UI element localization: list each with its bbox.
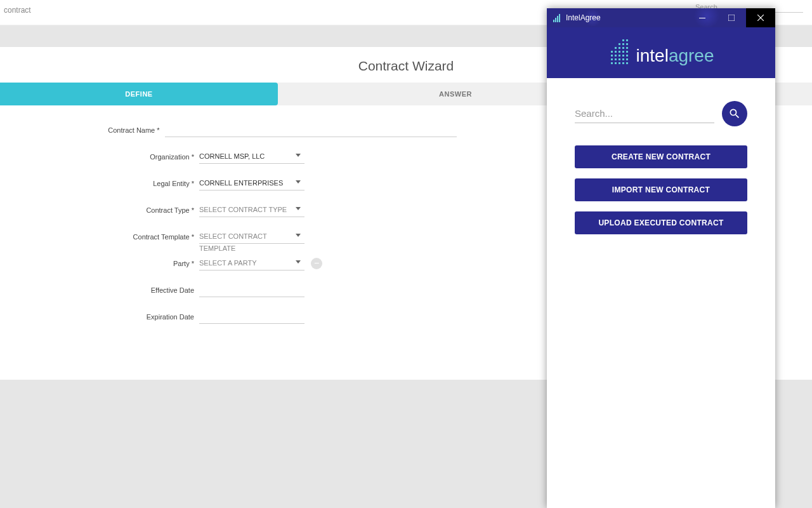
label-organization: Organization * <box>0 153 199 161</box>
sidebar-panel: CREATE NEW CONTRACT IMPORT NEW CONTRACT … <box>547 78 775 234</box>
chevron-down-icon <box>296 234 301 237</box>
svg-rect-2 <box>557 16 558 22</box>
logo-area: intelagree <box>547 27 775 78</box>
label-effective-date: Effective Date <box>0 286 199 294</box>
brand-logo: intelagree <box>608 39 714 66</box>
upload-contract-button[interactable]: UPLOAD EXECUTED CONTRACT <box>575 211 747 234</box>
svg-rect-1 <box>555 18 556 22</box>
wizard-form: Contract Name * Organization * CORNELL M… <box>0 117 457 330</box>
legal-entity-value: CORNELL ENTERPRISES <box>199 179 283 187</box>
remove-party-button[interactable]: − <box>311 258 322 269</box>
expiration-date-input[interactable] <box>199 310 304 324</box>
label-expiration-date: Expiration Date <box>0 313 199 321</box>
window-title: IntelAgree <box>566 13 601 22</box>
chevron-down-icon <box>296 207 301 210</box>
chevron-down-icon <box>296 260 301 264</box>
maximize-button[interactable] <box>717 8 746 27</box>
contract-name-input[interactable] <box>165 123 457 137</box>
chevron-down-icon <box>296 180 301 184</box>
brand-part2: agree <box>669 46 714 66</box>
label-contract-type: Contract Type * <box>0 206 199 214</box>
intelagree-window: IntelAgree <box>547 8 775 508</box>
effective-date-input[interactable] <box>199 283 304 297</box>
brand-part1: intel <box>636 46 669 66</box>
contract-type-value: SELECT CONTRACT TYPE <box>199 206 287 213</box>
sidebar-search-input[interactable] <box>575 104 714 123</box>
sidebar-search-button[interactable] <box>722 101 747 126</box>
import-contract-button[interactable]: IMPORT NEW CONTRACT <box>575 178 747 201</box>
label-legal-entity: Legal Entity * <box>0 180 199 187</box>
organization-select[interactable]: CORNELL MSP, LLC <box>199 150 304 164</box>
svg-rect-5 <box>728 15 735 21</box>
legal-entity-select[interactable]: CORNELL ENTERPRISES <box>199 177 304 190</box>
label-contract-name: Contract Name * <box>0 126 165 134</box>
svg-rect-3 <box>559 14 560 22</box>
party-select[interactable]: SELECT A PARTY <box>199 257 304 271</box>
party-value: SELECT A PARTY <box>199 259 257 267</box>
breadcrumb: contract <box>4 6 31 15</box>
organization-value: CORNELL MSP, LLC <box>199 152 265 160</box>
svg-rect-0 <box>553 20 554 22</box>
app-icon <box>553 13 561 22</box>
label-contract-template: Contract Template * <box>0 233 199 241</box>
logo-dots-icon <box>608 39 631 66</box>
close-button[interactable] <box>746 8 775 27</box>
contract-template-value: SELECT CONTRACT TEMPLATE <box>199 232 267 252</box>
titlebar: IntelAgree <box>547 8 775 27</box>
contract-type-select[interactable]: SELECT CONTRACT TYPE <box>199 203 304 217</box>
label-party: Party * <box>0 260 199 267</box>
minimize-button[interactable] <box>688 8 717 27</box>
step-define[interactable]: DEFINE <box>0 83 278 105</box>
chevron-down-icon <box>296 154 301 157</box>
svg-rect-4 <box>699 18 705 18</box>
create-contract-button[interactable]: CREATE NEW CONTRACT <box>575 145 747 168</box>
contract-template-select[interactable]: SELECT CONTRACT TEMPLATE <box>199 230 304 244</box>
search-icon <box>728 107 741 120</box>
